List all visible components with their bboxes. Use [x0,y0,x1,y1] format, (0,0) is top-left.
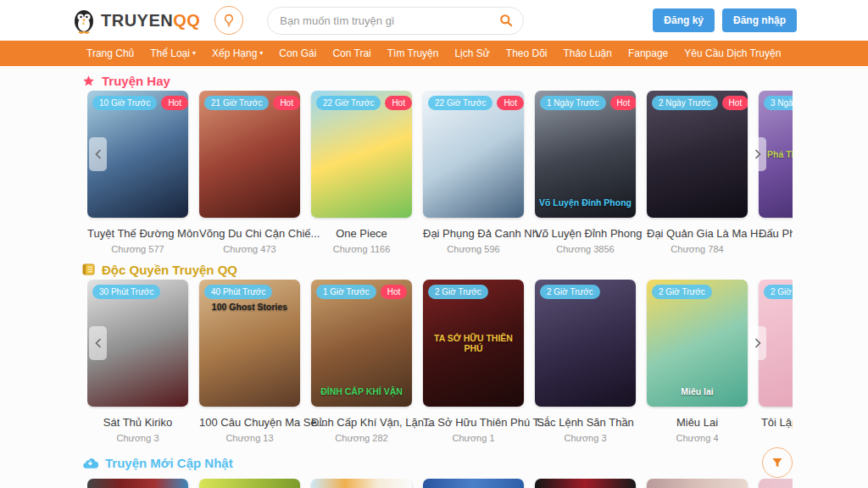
comic-title[interactable]: Tôi Lập Ra Tà Giáo [759,416,793,429]
time-badge: 1 Giờ Trước [316,285,376,299]
comic-card[interactable] [759,479,793,488]
login-button[interactable]: Đăng nhập [722,8,797,32]
comic-card[interactable]: 21 Giờ Trước Hot Võng Du Chi Cận Chiế...… [199,91,300,254]
comic-chapter[interactable]: Chương 13 [199,433,300,443]
header: TRUYENQQ Đăng ký Đăng nhập [0,0,868,41]
comic-cover[interactable]: 40 Phút Trước 100 Ghost Stories [199,280,300,407]
section-doc-quyen: Độc Quyền Truyện QQ 30 Phút Trước Sát Th… [82,261,868,443]
comic-title[interactable]: Ta Sở Hữu Thiên Phú T... [423,416,524,429]
comic-card[interactable]: 2 Giờ Trước Sắc Lệnh Săn Thần Chương 3 [535,280,636,443]
comic-cover[interactable] [199,479,300,488]
nav-item[interactable]: Theo Dõi [502,47,552,59]
comic-card[interactable]: 30 Phút Trước Sát Thủ Kiriko Chương 3 [87,280,188,443]
comic-cover[interactable] [311,479,412,488]
comic-chapter[interactable]: Chương 1166 [311,244,412,254]
cover-art-text: 100 Ghost Stories [199,302,300,312]
comic-card[interactable]: 1 Giờ Trước Hot ĐỈNH CẤP KHÍ VẬN Đỉnh Cấ… [311,280,412,443]
auth-buttons: Đăng ký Đăng nhập [653,8,797,32]
search-icon[interactable] [499,14,513,27]
comic-title[interactable]: Đỉnh Cấp Khí Vận, Lặn... [311,416,412,429]
comic-card[interactable]: 2 Ngày Trước Hot Đại Quản Gia Là Ma H...… [647,91,748,254]
comic-card[interactable] [423,479,524,488]
carousel-doc-quyen: 30 Phút Trước Sát Thủ Kiriko Chương 3 40… [87,280,793,443]
time-badge: 40 Phút Trước [204,285,272,299]
main-content: Truyện Hay 10 Giờ Trước Hot Tuyệt Thế Đư… [0,72,868,488]
carousel-prev-button[interactable] [89,326,107,360]
comic-chapter[interactable]: Chương 3856 [535,244,636,254]
site-logo[interactable]: TRUYENQQ [72,7,200,34]
comic-cover[interactable]: 1 Ngày Trước Hot Võ Luyện Đỉnh Phong [535,91,636,218]
comic-card[interactable]: 22 Giờ Trước Hot Đại Phụng Đả Canh Nh...… [423,91,524,254]
time-badge: 2 Giờ Trước [428,285,488,299]
nav-item[interactable]: Xếp Hạng ▾ [208,47,267,59]
comic-cover[interactable]: 22 Giờ Trước Hot [423,91,524,218]
search-input[interactable] [280,14,499,27]
comic-chapter[interactable]: Chương 1 [423,433,524,443]
nav-item[interactable]: Lịch Sử [450,47,493,59]
comic-card[interactable]: 2 Giờ Trước TA SỞ HỮU THIÊN PHÚ Ta Sở Hữ… [423,280,524,443]
comic-title[interactable]: Đấu Phá Thương Khung [759,227,793,240]
comic-cover[interactable] [535,479,636,488]
comic-card[interactable]: 22 Giờ Trước Hot One Piece Chương 1166 [311,91,412,254]
comic-title[interactable]: One Piece [311,227,412,240]
carousel-next-button[interactable] [748,137,766,171]
comic-cover[interactable]: 2 Giờ Trước TA SỞ HỮU THIÊN PHÚ [423,280,524,407]
theme-toggle-button[interactable] [214,6,243,35]
chevron-left-icon [95,338,102,348]
comic-card[interactable]: 2 Giờ Trước Tôi Lập Ra Tà Giáo [759,280,793,443]
comic-card[interactable] [535,479,636,488]
comic-card[interactable]: 40 Phút Trước 100 Ghost Stories 100 Câu … [199,280,300,443]
comic-chapter[interactable]: Chương 473 [199,244,300,254]
comic-cover[interactable] [647,479,748,488]
comic-cover[interactable]: 1 Giờ Trước Hot ĐỈNH CẤP KHÍ VẬN [311,280,412,407]
filter-button[interactable] [762,447,793,478]
nav-item[interactable]: Tìm Truyện [383,47,443,59]
comic-cover[interactable]: 2 Ngày Trước Hot [647,91,748,218]
comic-title[interactable]: Đại Quản Gia Là Ma H... [647,227,748,240]
comic-title[interactable]: Đại Phụng Đả Canh Nh... [423,227,524,240]
comic-cover[interactable] [87,479,188,488]
comic-title[interactable]: Sắc Lệnh Săn Thần [535,416,636,429]
comic-chapter[interactable]: Chương 577 [87,244,188,254]
comic-card[interactable]: 1 Ngày Trước Hot Võ Luyện Đỉnh Phong Võ … [535,91,636,254]
comic-cover[interactable] [759,479,793,488]
nav-item[interactable]: Thảo Luận [559,47,616,59]
comic-card[interactable]: 10 Giờ Trước Hot Tuyệt Thế Đường Môn Chư… [87,91,188,254]
comic-card[interactable]: 3 Ngày Trước Phá Thương Khung Đấu Phá Th… [759,91,793,254]
nav-item[interactable]: Con Gái [275,47,320,59]
comic-title[interactable]: Tuyệt Thế Đường Môn [87,227,188,240]
chevron-right-icon [754,338,761,348]
comic-chapter[interactable]: Chương 784 [647,244,748,254]
nav-item[interactable]: Thể Loại ▾ [146,47,200,59]
carousel-prev-button[interactable] [89,137,107,171]
comic-chapter[interactable]: Chương 596 [423,244,524,254]
comic-card[interactable]: 2 Giờ Trước Miêu lai Miêu Lai Chương 4 [647,280,748,443]
comic-chapter[interactable]: Chương 282 [311,433,412,443]
nav-item[interactable]: Yêu Cầu Dịch Truyện [680,47,785,59]
carousel-next-button[interactable] [748,326,766,360]
time-badge: 3 Ngày Trước [764,96,793,110]
time-badge: 30 Phút Trước [92,285,160,299]
comic-card[interactable] [87,479,188,488]
register-button[interactable]: Đăng ký [653,8,715,32]
comic-title[interactable]: Miêu Lai [647,416,748,429]
cover-art-text: ĐỈNH CẤP KHÍ VẬN [311,386,412,396]
comic-cover[interactable]: 2 Giờ Trước [535,280,636,407]
comic-title[interactable]: 100 Câu Chuyện Ma Sẽ... [199,416,300,429]
comic-chapter[interactable]: Chương 3 [87,433,188,443]
comic-cover[interactable]: 2 Giờ Trước Miêu lai [647,280,748,407]
comic-title[interactable]: Sát Thủ Kiriko [87,416,188,429]
comic-cover[interactable] [423,479,524,488]
comic-card[interactable] [311,479,412,488]
comic-title[interactable]: Võ Luyện Đỉnh Phong [535,227,636,240]
comic-cover[interactable]: 22 Giờ Trước Hot [311,91,412,218]
comic-card[interactable] [647,479,748,488]
nav-item[interactable]: Con Trai [328,47,375,59]
comic-chapter[interactable]: Chương 3 [535,433,636,443]
comic-chapter[interactable]: Chương 4 [647,433,748,443]
comic-title[interactable]: Võng Du Chi Cận Chiế... [199,227,300,240]
comic-cover[interactable]: 21 Giờ Trước Hot [199,91,300,218]
comic-card[interactable] [199,479,300,488]
nav-item[interactable]: Trang Chủ [82,47,138,59]
nav-item[interactable]: Fanpage [624,47,672,59]
